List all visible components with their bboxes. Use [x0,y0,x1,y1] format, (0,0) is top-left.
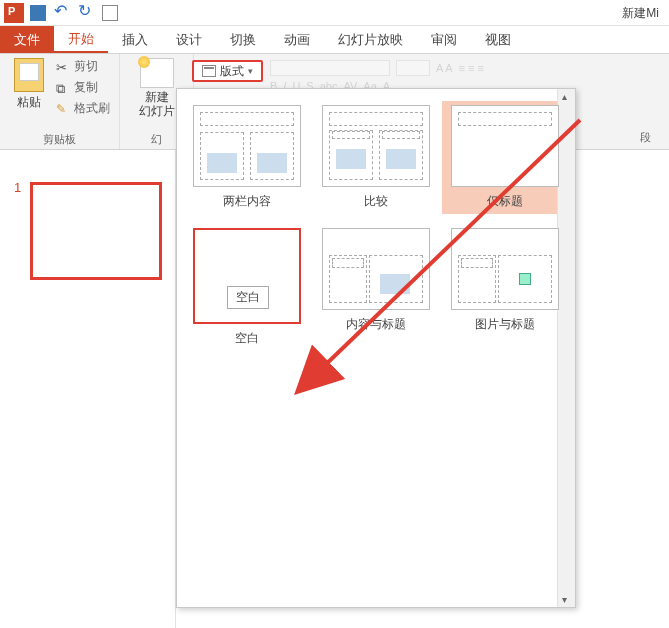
layout-two-content-card [193,105,301,187]
paste-icon [14,58,44,92]
paste-button[interactable]: 粘贴 [8,58,50,132]
workspace: 1 两栏内容 比较 [0,150,669,628]
layout-title-only[interactable]: 仅标题 [442,101,569,214]
new-slide-label: 新建 幻灯片 [139,90,175,119]
layout-blank[interactable]: 空白 空白 [183,224,310,351]
tab-slideshow[interactable]: 幻灯片放映 [324,26,417,53]
slide-thumbnail-panel: 1 [0,150,176,628]
copy-button[interactable]: 复制 [56,79,110,96]
new-slide-icon [140,58,174,88]
layout-title-only-label: 仅标题 [487,193,523,210]
layout-two-content[interactable]: 两栏内容 [187,105,306,210]
ribbon-tabs: 文件 开始 插入 设计 切换 动画 幻灯片放映 审阅 视图 [0,26,669,54]
start-from-beginning-icon[interactable] [100,3,120,23]
app-icon [4,3,24,23]
tab-design[interactable]: 设计 [162,26,216,53]
layout-title-only-card [451,105,559,187]
tab-file[interactable]: 文件 [0,26,54,53]
chevron-down-icon: ▾ [248,66,253,76]
undo-icon[interactable] [52,3,72,23]
copy-label: 复制 [74,79,98,96]
layout-picture-caption[interactable]: 图片与标题 [446,228,565,347]
layout-comparison[interactable]: 比较 [316,105,435,210]
window-title: 新建Mi [622,5,659,22]
layout-blank-label: 空白 [235,330,259,347]
layout-dropdown-panel: 两栏内容 比较 仅标题 空白 [176,88,576,608]
cut-label: 剪切 [74,58,98,75]
paste-label: 粘贴 [17,94,41,111]
layout-button-label: 版式 [220,63,244,80]
layout-picture-caption-card [451,228,559,310]
cut-button[interactable]: 剪切 [56,58,110,75]
tab-insert[interactable]: 插入 [108,26,162,53]
group-clipboard: 粘贴 剪切 复制 格式刷 剪贴板 [0,54,120,149]
layout-picture-caption-label: 图片与标题 [475,316,535,333]
layout-button[interactable]: 版式 ▾ [192,60,263,82]
layout-content-caption-card [322,228,430,310]
group-paragraph-title: 段 [640,130,651,145]
layout-scrollbar[interactable] [557,89,575,607]
layout-blank-card: 空白 [193,228,301,324]
layout-content-caption-label: 内容与标题 [346,316,406,333]
layout-two-content-label: 两栏内容 [223,193,271,210]
layout-icon [202,65,216,77]
format-painter-button[interactable]: 格式刷 [56,100,110,117]
format-painter-icon [56,102,70,116]
new-slide-button[interactable]: 新建 幻灯片 [139,58,175,119]
slide-thumbnail-1[interactable] [30,182,162,280]
layout-comparison-card [322,105,430,187]
save-icon[interactable] [28,3,48,23]
tab-view[interactable]: 视图 [471,26,525,53]
tab-transition[interactable]: 切换 [216,26,270,53]
layout-content-caption[interactable]: 内容与标题 [316,228,435,347]
tab-review[interactable]: 审阅 [417,26,471,53]
layout-comparison-label: 比较 [364,193,388,210]
slide-number: 1 [14,180,21,195]
cut-icon [56,60,70,74]
group-slides-title: 幻 [151,132,162,147]
redo-icon[interactable] [76,3,96,23]
quick-access-toolbar: 新建Mi [0,0,669,26]
tab-home[interactable]: 开始 [54,26,108,53]
tab-animation[interactable]: 动画 [270,26,324,53]
format-label: 格式刷 [74,100,110,117]
layout-blank-tooltip: 空白 [227,286,269,309]
group-clipboard-title: 剪贴板 [8,132,111,147]
copy-icon [56,81,70,95]
